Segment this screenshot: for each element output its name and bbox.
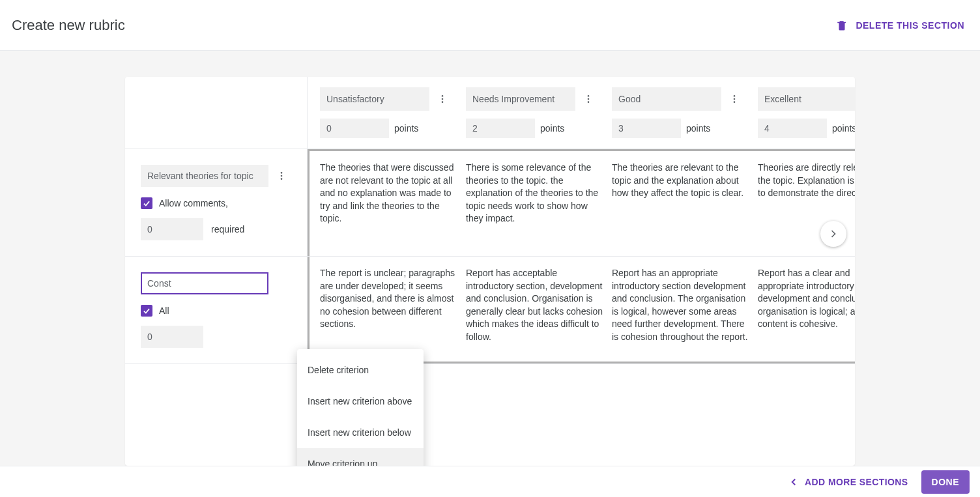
more-vert-icon <box>583 94 594 104</box>
svg-point-6 <box>734 95 736 97</box>
required-label-0: required <box>211 224 244 234</box>
svg-point-1 <box>442 98 444 100</box>
rubric-card: points points <box>125 77 855 466</box>
level-column-0: points <box>320 87 466 138</box>
check-icon <box>142 199 151 208</box>
criterion-side-0: Allow comments, required <box>125 149 308 256</box>
trash-icon <box>836 20 848 31</box>
level-name-input-0[interactable] <box>320 87 429 111</box>
svg-point-13 <box>281 175 283 177</box>
page-title: Create new rubric <box>12 17 125 34</box>
more-vert-icon <box>729 94 740 104</box>
menu-insert-criterion-above[interactable]: Insert new criterion above <box>297 386 424 417</box>
svg-point-0 <box>442 95 444 97</box>
criterion-grid-1: The report is unclear; paragraphs are un… <box>308 257 855 363</box>
level-menu-button-2[interactable] <box>727 91 742 107</box>
add-more-sections-button[interactable]: ADD MORE SECTIONS <box>788 476 908 488</box>
level-points-input-2[interactable] <box>612 119 681 138</box>
criterion-grid-0: The theories that were discussed are not… <box>308 149 855 256</box>
scroll-right-button[interactable] <box>820 221 846 247</box>
footer-bar: ADD MORE SECTIONS DONE <box>0 466 980 497</box>
allow-comments-label-0: Allow comments, <box>159 198 228 208</box>
add-more-sections-label: ADD MORE SECTIONS <box>805 477 908 487</box>
criterion-row-0: Allow comments, required The theories th… <box>125 149 855 257</box>
menu-insert-criterion-below[interactable]: Insert new criterion below <box>297 417 424 448</box>
menu-move-criterion-up[interactable]: Move criterion up <box>297 448 424 466</box>
level-name-input-2[interactable] <box>612 87 721 111</box>
allow-comments-label-1: All <box>159 305 169 316</box>
level-points-input-0[interactable] <box>320 119 389 138</box>
criterion-row-1: All The report is unclear; paragraphs ar… <box>125 257 855 364</box>
level-column-3: points <box>758 87 855 138</box>
criterion-desc-0-0[interactable]: The theories that were discussed are not… <box>320 162 461 225</box>
points-label: points <box>832 123 855 134</box>
criterion-context-menu: Delete criterion Insert new criterion ab… <box>297 349 424 466</box>
required-input-1[interactable] <box>141 326 203 348</box>
check-icon <box>142 306 151 315</box>
svg-point-3 <box>588 95 590 97</box>
required-input-0[interactable] <box>141 218 203 240</box>
points-label: points <box>686 123 710 134</box>
svg-point-4 <box>588 98 590 100</box>
level-column-1: points <box>466 87 612 138</box>
criterion-desc-1-0[interactable]: The report is unclear; paragraphs are un… <box>320 267 461 331</box>
levels-header-spacer <box>125 77 308 149</box>
more-vert-icon <box>276 171 287 181</box>
levels-header-row: points points <box>125 77 855 149</box>
criterion-desc-0-3[interactable]: Theories are directly relevant to the to… <box>758 162 855 200</box>
more-vert-icon <box>437 94 448 104</box>
criterion-side-1: All <box>125 257 308 363</box>
levels-header-grid: points points <box>308 77 855 149</box>
svg-point-7 <box>734 98 736 100</box>
criterion-desc-0-1[interactable]: There is some relevance of the theories … <box>466 162 607 225</box>
chevron-left-icon <box>788 476 800 488</box>
header-bar: Create new rubric DELETE THIS SECTION <box>0 0 980 51</box>
criterion-desc-0-2[interactable]: The theories are relevant to the topic a… <box>612 162 753 200</box>
menu-delete-criterion[interactable]: Delete criterion <box>297 354 424 386</box>
level-menu-button-0[interactable] <box>435 91 450 107</box>
criterion-title-input-1[interactable] <box>141 272 268 294</box>
criterion-menu-button-0[interactable] <box>274 168 289 184</box>
level-column-2: points <box>612 87 758 138</box>
level-name-input-3[interactable] <box>758 87 855 111</box>
criterion-desc-1-3[interactable]: Report has a clear and appropriate intro… <box>758 267 855 331</box>
delete-section-button[interactable]: DELETE THIS SECTION <box>836 20 964 31</box>
allow-comments-checkbox-1[interactable] <box>141 305 152 317</box>
chevron-right-icon <box>827 227 840 240</box>
allow-comments-checkbox-0[interactable] <box>141 197 152 209</box>
delete-section-label: DELETE THIS SECTION <box>856 20 964 31</box>
level-menu-button-1[interactable] <box>581 91 596 107</box>
points-label: points <box>540 123 564 134</box>
svg-point-14 <box>281 178 283 180</box>
level-points-input-3[interactable] <box>758 119 827 138</box>
svg-point-5 <box>588 101 590 103</box>
workspace: points points <box>0 51 980 466</box>
points-label: points <box>394 123 418 134</box>
svg-point-8 <box>734 101 736 103</box>
criterion-title-input-0[interactable] <box>141 165 268 187</box>
criterion-desc-1-2[interactable]: Report has an appropriate introductory s… <box>612 267 753 344</box>
level-points-input-1[interactable] <box>466 119 535 138</box>
svg-point-12 <box>281 172 283 174</box>
done-button[interactable]: DONE <box>921 470 970 494</box>
svg-point-2 <box>442 101 444 103</box>
level-name-input-1[interactable] <box>466 87 575 111</box>
criterion-desc-1-1[interactable]: Report has acceptable introductory secti… <box>466 267 607 344</box>
